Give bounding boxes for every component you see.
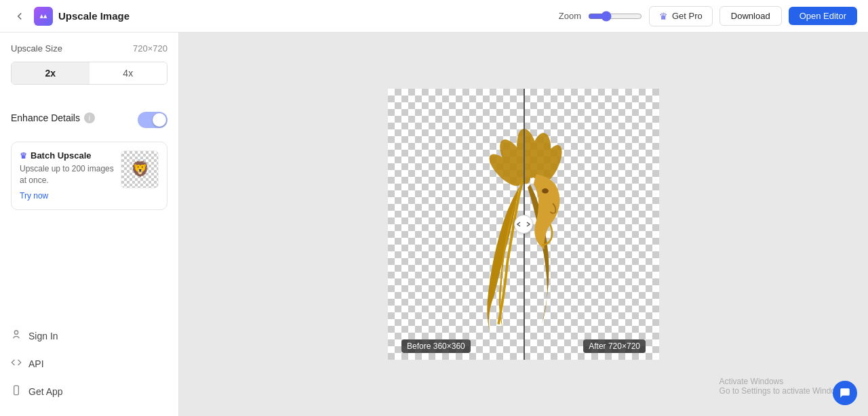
batch-upscale-card: ♛ Batch Upscale Upscale up to 200 images… bbox=[11, 142, 167, 210]
sidebar-item-api[interactable]: API bbox=[11, 350, 167, 377]
before-label: Before 360×360 bbox=[401, 339, 471, 353]
batch-desc: Upscale up to 200 images at once. bbox=[20, 163, 114, 186]
sidebar-footer: Sign In API Get App bbox=[11, 322, 167, 405]
get-pro-button[interactable]: ♛ Get Pro bbox=[649, 6, 713, 26]
canvas-area: Before 360×360 After 720×720 Activate Wi… bbox=[179, 33, 868, 416]
back-button[interactable] bbox=[11, 7, 28, 25]
upscale-size-value: 720×720 bbox=[133, 43, 167, 54]
after-label: After 720×720 bbox=[583, 339, 646, 353]
sidebar-item-sign-in[interactable]: Sign In bbox=[11, 322, 167, 350]
enhance-toggle[interactable] bbox=[138, 112, 167, 128]
info-icon[interactable]: i bbox=[84, 112, 95, 123]
svg-rect-1 bbox=[14, 386, 19, 394]
sidebar: Upscale Size 720×720 2x 4x Enhance Detai… bbox=[0, 33, 179, 416]
activate-windows-watermark: Activate Windows Go to Settings to activ… bbox=[719, 377, 848, 396]
batch-info: ♛ Batch Upscale Upscale up to 200 images… bbox=[20, 150, 114, 201]
image-container: Before 360×360 After 720×720 bbox=[388, 89, 659, 360]
compare-handle[interactable] bbox=[514, 215, 533, 234]
person-icon bbox=[11, 329, 22, 343]
upscale-section: Upscale Size 720×720 2x 4x bbox=[11, 43, 167, 98]
enhance-label: Enhance Details bbox=[11, 112, 80, 123]
get-pro-label: Get Pro bbox=[672, 11, 703, 21]
api-label: API bbox=[28, 358, 44, 369]
upscale-size-label: Upscale Size bbox=[11, 43, 62, 54]
scale-4x-button[interactable]: 4x bbox=[90, 62, 167, 84]
svg-point-0 bbox=[14, 331, 18, 334]
enhance-toggle-row: Enhance Details i bbox=[11, 112, 167, 128]
main-layout: Upscale Size 720×720 2x 4x Enhance Detai… bbox=[0, 33, 868, 416]
app-icon bbox=[34, 7, 53, 26]
api-icon bbox=[11, 357, 22, 371]
batch-try-now-link[interactable]: Try now bbox=[20, 191, 48, 201]
batch-title-text: Batch Upscale bbox=[31, 150, 92, 161]
svg-point-8 bbox=[542, 188, 549, 193]
zoom-label: Zoom bbox=[559, 11, 581, 21]
sign-in-label: Sign In bbox=[28, 331, 58, 341]
mobile-icon bbox=[11, 385, 22, 398]
app-title: Upscale Image bbox=[58, 10, 130, 22]
scale-buttons: 2x 4x bbox=[11, 62, 167, 85]
chat-button[interactable] bbox=[833, 381, 857, 405]
activate-line1: Activate Windows bbox=[719, 377, 848, 386]
sidebar-item-get-app[interactable]: Get App bbox=[11, 377, 167, 405]
crown-icon: ♛ bbox=[659, 11, 668, 22]
header-right: Zoom ♛ Get Pro Download Open Editor bbox=[559, 6, 857, 26]
scale-2x-button[interactable]: 2x bbox=[12, 62, 90, 84]
header: Upscale Image Zoom ♛ Get Pro Download Op… bbox=[0, 0, 868, 33]
activate-line2: Go to Settings to activate Windows. bbox=[719, 386, 848, 396]
open-editor-button[interactable]: Open Editor bbox=[789, 7, 857, 25]
download-button[interactable]: Download bbox=[719, 6, 782, 26]
upscale-size-row: Upscale Size 720×720 bbox=[11, 43, 167, 54]
batch-title: ♛ Batch Upscale bbox=[20, 150, 114, 161]
batch-crown-icon: ♛ bbox=[20, 151, 27, 161]
enhance-label-row: Enhance Details i bbox=[11, 112, 95, 123]
batch-thumb-image: 🦁 bbox=[121, 151, 158, 188]
batch-thumbnail: 🦁 bbox=[121, 150, 159, 188]
header-left: Upscale Image bbox=[11, 7, 130, 26]
get-app-label: Get App bbox=[28, 386, 63, 397]
zoom-slider[interactable] bbox=[588, 11, 642, 22]
